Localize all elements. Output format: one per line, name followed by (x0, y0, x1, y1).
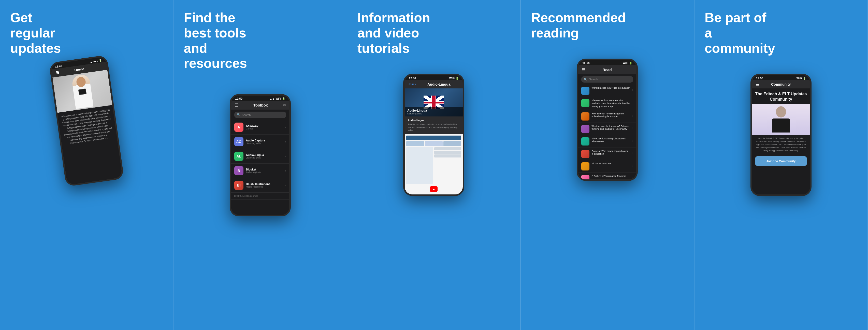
home-text-content: This app is your doorway to integrating … (58, 105, 123, 185)
status-bar-3: 12:50 WiFi 🔋 (405, 75, 463, 80)
icon-askaway: A (234, 122, 244, 132)
item-sub-audiocap: Listening skills (246, 142, 283, 144)
read-title-1: Worst practice in ICT use in education (591, 87, 630, 90)
chevron-audiocap: › (285, 140, 286, 143)
home-body-text: This app is your doorway to integrating … (61, 109, 114, 146)
icon-audiolingua: AL (234, 152, 244, 161)
community-desc: Join the Edtech & ELT Community and get … (752, 135, 810, 154)
list-item-blooket[interactable]: B Blooket Authoring tools › (231, 164, 289, 178)
icon-audiocap: AC (234, 137, 244, 146)
search-bar-4[interactable]: 🔍 Search (581, 76, 633, 83)
hamburger-icon-2[interactable]: ☰ (235, 103, 238, 108)
hamburger-icon[interactable]: ☰ (56, 71, 60, 75)
join-label: Join the Community (766, 160, 796, 163)
status-bar-2: 12:50 ▲▲ WiFi 🔋 (231, 95, 289, 101)
item-sub-blush: Media resources (246, 186, 283, 188)
community-video (752, 104, 810, 135)
read-item-2[interactable]: The connections we make with students co… (578, 97, 636, 110)
section-title-tutorials: Information and video tutorials (358, 10, 426, 56)
read-item-text-7: TikTok for Teachers (591, 162, 630, 165)
read-title-5: The Case for Making Classrooms Phone-Fre… (591, 137, 630, 143)
thumb-8 (581, 175, 589, 180)
phone-container-updates: 12:49 ▲ ●●● 🔋 ☰ Home (10, 63, 163, 330)
icon-blooket: B (234, 166, 244, 175)
search-icon-2: 🔍 (237, 113, 240, 116)
list-item-more: BrightfulMeetingGames (231, 193, 289, 199)
detail-item-name: Audio-Lingua (407, 109, 460, 112)
chevron-blooket: › (285, 169, 286, 172)
section-title-updates: Get regular updates (10, 10, 79, 56)
toolbox-header: ☰ Toolbox ⧉ (231, 101, 289, 110)
section-title-community: Be part of a community (705, 10, 773, 56)
section-updates: Get regular updates 12:49 ▲ ●●● 🔋 ☰ Home (0, 0, 174, 330)
item-name-askaway: AskAway (246, 125, 283, 128)
screenshot-area (405, 134, 463, 194)
item-name-blush: Blush Illustrations (246, 183, 283, 186)
time-5: 12:50 (756, 77, 763, 80)
item-sub-askaway: Games (246, 128, 283, 130)
chevron-askaway: › (285, 126, 286, 129)
thumb-3 (581, 112, 589, 120)
detail-nav-title: Audio-Lingua (427, 82, 450, 86)
read-item-7[interactable]: TikTok for Teachers › (578, 160, 636, 173)
thumb-4 (581, 125, 589, 133)
chevron-read-7: › (632, 164, 633, 167)
chevron-read-3: › (632, 114, 633, 117)
youtube-button[interactable] (430, 186, 438, 192)
item-text-blooket: Blooket Authoring tools (246, 168, 283, 173)
person-body (74, 86, 91, 97)
list-item-blush[interactable]: BI Blush Illustrations Media resources › (231, 178, 289, 193)
time-2: 12:50 (235, 97, 242, 100)
section-title-tools: Find the best tools and resources (184, 10, 252, 71)
section-tools: Find the best tools and resources 12:50 … (174, 0, 347, 330)
hamburger-icon-4[interactable]: ☰ (582, 67, 585, 72)
community-screen-title: The Edtech & ELT Updates Community (752, 88, 810, 104)
list-item-askaway[interactable]: A AskAway Games › (231, 120, 289, 135)
read-item-4[interactable]: What schools for tomorrow? Futures think… (578, 123, 636, 135)
community-header-title: Community (771, 82, 790, 86)
chevron-read-8: › (632, 176, 633, 180)
list-item-audiocap[interactable]: AC Audio Capture Listening skills › (231, 135, 289, 149)
screen-5: ☰ Community The Edtech & ELT Updates Com… (752, 80, 810, 194)
read-title: Read (602, 67, 612, 72)
read-title-6: Game on! The power of gamification in ed… (591, 150, 630, 156)
chevron-read-6: › (632, 152, 633, 155)
thumb-1 (581, 87, 589, 95)
nav-title-1: Home (74, 67, 85, 72)
read-item-3[interactable]: How Emotion AI will change the online le… (578, 110, 636, 123)
screen-4: ☰ Read 🔍 Search Worst practice in ICT us… (578, 65, 636, 180)
read-item-text-3: How Emotion AI will change the online le… (591, 112, 630, 118)
list-item-audiolingua[interactable]: AL Audio-Lingua Listening skills › (231, 149, 289, 164)
chevron-read-4: › (632, 127, 633, 130)
chevron-blush: › (285, 184, 286, 187)
chevron-audiolingua: › (285, 155, 286, 158)
detail-nav: ‹ Back Audio-Lingua (405, 80, 463, 88)
join-community-button[interactable]: Join the Community (755, 156, 807, 166)
back-button[interactable]: ‹ Back (408, 83, 416, 86)
item-name-audiocap: Audio Capture (246, 139, 283, 142)
thumb-6 (581, 150, 589, 158)
item-name-audiolingua: Audio-Lingua (246, 154, 283, 157)
speaker-figure (772, 106, 790, 133)
read-item-text-4: What schools for tomorrow? Futures think… (591, 125, 630, 131)
item-sub-audiolingua: Listening skills (246, 157, 283, 159)
read-item-text-8: A Culture of Thinking for Teachers (591, 175, 630, 178)
section-reading: Recommended reading 12:50 WiFi 🔋 ☰ Read … (521, 0, 694, 330)
screen-1: ☰ Home This app is your doorway to integ… (52, 62, 123, 185)
hamburger-icon-5[interactable]: ☰ (755, 82, 759, 87)
section-tutorials: Information and video tutorials 12:50 Wi… (347, 0, 521, 330)
status-right-3: WiFi 🔋 (449, 77, 459, 80)
person-head (76, 77, 86, 88)
status-right-5: WiFi 🔋 (797, 77, 806, 80)
read-item-5[interactable]: The Case for Making Classrooms Phone-Fre… (578, 135, 636, 148)
section-community: Be part of a community 12:50 WiFi 🔋 ☰ Co… (694, 0, 868, 330)
screen-3: ‹ Back Audio-Lingua (405, 80, 463, 194)
search-bar-2[interactable]: 🔍 Search (234, 112, 286, 118)
read-item-1[interactable]: Worst practice in ICT use in education › (578, 85, 636, 97)
filter-icon[interactable]: ⧉ (283, 103, 286, 107)
read-item-6[interactable]: Game on! The power of gamification in ed… (578, 148, 636, 160)
phone-tools: 12:50 ▲▲ WiFi 🔋 ☰ Toolbox ⧉ 🔍 Search (230, 94, 291, 216)
phone-community: 12:50 WiFi 🔋 ☰ Community The Edtech & EL… (750, 74, 811, 196)
read-item-8[interactable]: A Culture of Thinking for Teachers › (578, 173, 636, 180)
search-placeholder-4: Search (589, 78, 598, 81)
